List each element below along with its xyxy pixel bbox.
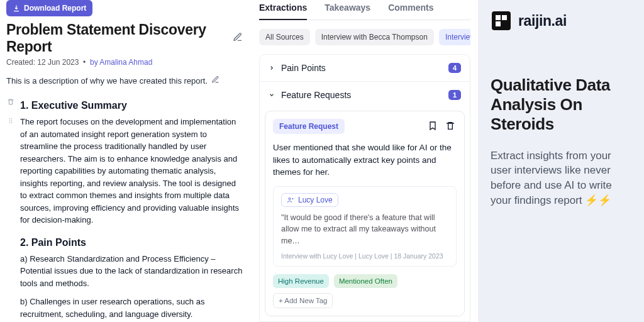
download-report-button[interactable]: Download Report bbox=[6, 0, 92, 16]
editor-gutter bbox=[6, 97, 15, 322]
svg-point-4 bbox=[9, 122, 11, 123]
edit-description-icon[interactable] bbox=[211, 75, 219, 86]
accordion-row-feature-requests[interactable]: Feature Requests 1 bbox=[260, 81, 470, 108]
tag-row: High Revenue Mentioned Often + Add New T… bbox=[273, 274, 457, 308]
promo-blurb: Extract insights from your user intervie… bbox=[491, 148, 631, 208]
download-label: Download Report bbox=[24, 4, 86, 13]
accordion-label: Feature Requests bbox=[281, 90, 442, 100]
tab-extractions[interactable]: Extractions bbox=[259, 0, 307, 20]
trash-icon[interactable] bbox=[7, 97, 14, 108]
svg-point-1 bbox=[11, 118, 13, 119]
quote-user-pill[interactable]: Lucy Love bbox=[281, 193, 338, 207]
brand-logo-icon bbox=[491, 10, 512, 31]
chip-source-active[interactable]: Interview with bbox=[439, 29, 470, 45]
download-icon bbox=[13, 4, 20, 12]
promo-panel: raijin.ai Qualitative Data Analysis On S… bbox=[478, 0, 644, 322]
quote-meta: Interview with Lucy Love | Lucy Love | 1… bbox=[281, 252, 448, 260]
meta-separator: • bbox=[81, 58, 90, 67]
created-date: 12 Jun 2023 bbox=[37, 58, 79, 67]
extraction-text: User mentioned that she would like for A… bbox=[273, 142, 457, 179]
author-link[interactable]: by Amalina Ahmad bbox=[90, 58, 152, 67]
tag-high-revenue[interactable]: High Revenue bbox=[273, 274, 329, 288]
chevron-right-icon bbox=[269, 62, 275, 74]
brand-name: raijin.ai bbox=[518, 13, 567, 30]
accordion-row-pain-points[interactable]: Pain Points 4 bbox=[260, 55, 470, 81]
report-body[interactable]: 1. Executive Summary The report focuses … bbox=[20, 97, 243, 322]
svg-rect-7 bbox=[492, 11, 511, 30]
add-tag-button[interactable]: + Add New Tag bbox=[273, 293, 333, 308]
category-pill[interactable]: Feature Request bbox=[273, 119, 345, 134]
created-prefix: Created: bbox=[6, 58, 37, 67]
edit-title-icon[interactable] bbox=[233, 32, 243, 45]
chevron-down-icon bbox=[269, 89, 275, 101]
brand-lockup: raijin.ai bbox=[491, 10, 631, 31]
tag-mentioned-often[interactable]: Mentioned Often bbox=[334, 274, 397, 288]
section-heading: 2. Pain Points bbox=[20, 235, 243, 250]
tabs: Extractions Takeaways Comments bbox=[259, 0, 470, 20]
report-editor-panel: Download Report Problem Statement Discov… bbox=[0, 0, 252, 322]
svg-point-0 bbox=[9, 118, 11, 119]
quote-text: "It would be good if there's a feature t… bbox=[281, 212, 448, 247]
extraction-card: Feature Request User mentioned that she … bbox=[265, 111, 465, 316]
svg-point-6 bbox=[289, 197, 291, 199]
section-heading: 1. Executive Summary bbox=[20, 98, 243, 113]
svg-point-5 bbox=[11, 122, 13, 123]
tab-comments[interactable]: Comments bbox=[388, 0, 433, 19]
count-badge: 4 bbox=[448, 63, 461, 73]
section-body: a) Research Standardization and Process … bbox=[20, 253, 243, 290]
report-description: This is a description of why we have cre… bbox=[6, 76, 208, 86]
chip-all-sources[interactable]: All Sources bbox=[259, 29, 310, 45]
report-title: Problem Statement Discovery Report bbox=[6, 21, 228, 55]
svg-rect-9 bbox=[502, 15, 507, 20]
promo-tagline: Qualitative Data Analysis On Steroids bbox=[491, 75, 631, 135]
quote-box: Lucy Love "It would be good if there's a… bbox=[273, 186, 457, 267]
drag-handle-icon[interactable] bbox=[7, 116, 14, 127]
source-filter-chips: All Sources Interview with Becca Thompso… bbox=[259, 29, 470, 45]
extraction-accordion: Pain Points 4 Feature Requests 1 Feature… bbox=[259, 54, 470, 322]
section-body: b) Challenges in user research operation… bbox=[20, 296, 243, 320]
quote-user-name: Lucy Love bbox=[298, 196, 333, 204]
report-meta: Created: 12 Jun 2023 • by Amalina Ahmad bbox=[6, 58, 243, 67]
chip-source[interactable]: Interview with Becca Thompson bbox=[315, 29, 434, 45]
svg-point-3 bbox=[11, 120, 13, 121]
section-body: The report focuses on the development an… bbox=[20, 116, 243, 226]
svg-point-2 bbox=[9, 120, 11, 121]
count-badge: 1 bbox=[448, 90, 461, 100]
insights-panel: Extractions Takeaways Comments All Sourc… bbox=[252, 0, 478, 322]
bookmark-icon bbox=[428, 121, 438, 131]
bookmark-button[interactable] bbox=[426, 119, 439, 134]
accordion-label: Pain Points bbox=[281, 63, 442, 73]
svg-rect-10 bbox=[496, 21, 501, 26]
user-icon bbox=[287, 196, 294, 204]
trash-icon bbox=[445, 121, 455, 131]
tab-takeaways[interactable]: Takeaways bbox=[325, 0, 370, 19]
delete-button[interactable] bbox=[444, 119, 457, 134]
svg-rect-8 bbox=[496, 15, 501, 20]
